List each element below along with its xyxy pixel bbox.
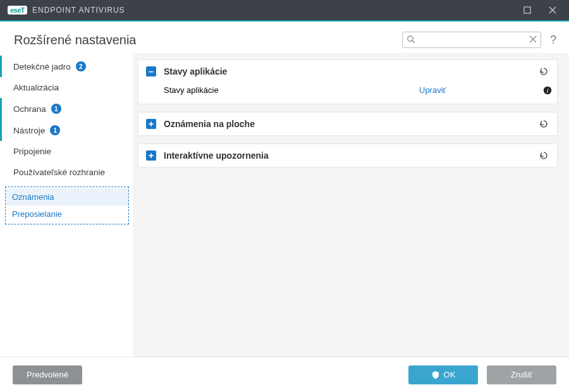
sidebar-item-label: Nástroje <box>13 126 45 135</box>
panel-header[interactable]: + Interaktívne upozornenia <box>138 144 557 167</box>
sidebar-item-protection[interactable]: Ochrana 1 <box>0 98 133 119</box>
search-clear-button[interactable] <box>529 35 537 43</box>
sidebar-item-label: Aktualizácia <box>13 83 59 92</box>
window-maximize-button[interactable] <box>515 0 540 20</box>
expand-icon: + <box>146 150 156 161</box>
sidebar-badge: 1 <box>50 125 60 135</box>
sidebar-subgroup: Oznámenia Preposielanie <box>5 187 129 224</box>
panel-app-states: – Stavy aplikácie Stavy aplikácie Upravi… <box>138 59 558 104</box>
reset-button[interactable] <box>538 119 548 129</box>
setting-label: Stavy aplikácie <box>164 85 419 95</box>
panel-body: Stavy aplikácie Upraviť i <box>138 83 557 104</box>
panel-title: Stavy aplikácie <box>164 66 530 77</box>
sidebar-sub-notifications[interactable]: Oznámenia <box>6 188 128 205</box>
sidebar-badge: 2 <box>76 61 86 71</box>
window-close-button[interactable] <box>540 0 565 20</box>
svg-rect-0 <box>524 7 530 13</box>
search-field-wrap <box>402 32 541 48</box>
panel-title: Oznámenia na ploche <box>164 119 530 129</box>
expand-icon: + <box>146 119 156 129</box>
svg-line-2 <box>412 40 415 43</box>
brand-badge: eseT <box>8 6 27 15</box>
page-title: Rozšírené nastavenia <box>14 33 136 47</box>
info-button[interactable]: i <box>543 86 548 95</box>
panel-interactive-alerts: + Interaktívne upozornenia <box>138 144 558 168</box>
collapse-icon: – <box>146 66 156 77</box>
reset-button[interactable] <box>538 66 548 77</box>
shield-icon <box>431 371 440 379</box>
footer: Predvolené OK Zrušiť <box>0 357 569 392</box>
undo-icon <box>538 150 548 161</box>
ok-button[interactable]: OK <box>408 365 478 384</box>
sidebar-sub-forwarding[interactable]: Preposielanie <box>6 205 128 223</box>
app-name: ENDPOINT ANTIVIRUS <box>32 6 125 15</box>
sidebar-item-label: Detekčné jadro <box>13 62 71 71</box>
help-button[interactable]: ? <box>550 34 556 47</box>
square-icon <box>523 6 531 14</box>
sidebar-item-label: Pripojenie <box>13 147 51 156</box>
sidebar-item-tools[interactable]: Nástroje 1 <box>0 119 133 141</box>
defaults-button[interactable]: Predvolené <box>13 365 82 384</box>
ok-label: OK <box>444 370 456 379</box>
titlebar: eseT ENDPOINT ANTIVIRUS <box>0 0 569 20</box>
undo-icon <box>538 119 548 129</box>
setting-edit-link[interactable]: Upraviť <box>419 85 533 95</box>
panel-desktop-notifications: + Oznámenia na ploche <box>138 112 558 136</box>
setting-row-app-states: Stavy aplikácie Upraviť i <box>164 85 548 95</box>
panel-header[interactable]: + Oznámenia na ploche <box>138 113 557 135</box>
panel-header[interactable]: – Stavy aplikácie <box>138 60 557 83</box>
search-input[interactable] <box>403 32 541 47</box>
sidebar-item-update[interactable]: Aktualizácia <box>0 77 133 98</box>
sidebar-badge: 1 <box>51 104 61 114</box>
reset-button[interactable] <box>538 150 548 161</box>
sidebar-item-label: Používateľské rozhranie <box>13 168 105 177</box>
search-icon <box>407 35 415 44</box>
close-icon <box>549 6 556 14</box>
sidebar-item-detection[interactable]: Detekčné jadro 2 <box>0 56 133 77</box>
x-icon <box>529 35 537 43</box>
sidebar-item-ui[interactable]: Používateľské rozhranie <box>0 162 133 183</box>
info-icon: i <box>543 86 552 95</box>
cancel-button[interactable]: Zrušiť <box>487 365 556 384</box>
page-header: Rozšírené nastavenia ? <box>0 21 569 53</box>
sidebar: Detekčné jadro 2 Aktualizácia Ochrana 1 … <box>0 53 133 372</box>
sidebar-item-label: Ochrana <box>13 104 46 114</box>
svg-point-1 <box>408 36 413 41</box>
undo-icon <box>538 66 548 77</box>
panel-title: Interaktívne upozornenia <box>164 150 530 161</box>
content-area: – Stavy aplikácie Stavy aplikácie Upravi… <box>133 53 569 372</box>
sidebar-item-connection[interactable]: Pripojenie <box>0 141 133 162</box>
